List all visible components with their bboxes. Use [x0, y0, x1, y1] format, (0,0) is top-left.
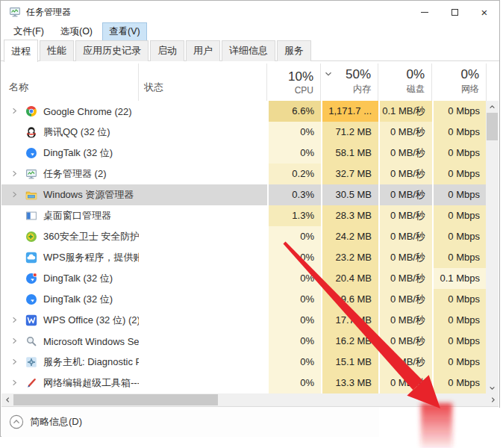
horizontal-scrollbar[interactable] — [1, 393, 499, 406]
network-cell: 0 Mbps — [432, 352, 487, 373]
tab-services[interactable]: 服务 — [277, 40, 311, 61]
process-row[interactable]: DingTalk (32 位)0%19.6 MB0 MB/秒0 Mbps — [1, 289, 487, 310]
process-row[interactable]: 360安全卫士 安全防护中心模块...0%24.2 MB0 MB/秒0 Mbps — [1, 226, 487, 247]
expand-chevron-icon[interactable] — [9, 105, 23, 117]
expand-chevron-icon[interactable] — [9, 356, 23, 368]
memory-cell: 20.4 MB — [321, 268, 378, 289]
white-overlay-patch — [379, 408, 503, 448]
process-name-cell: Windows 资源管理器 — [1, 184, 139, 205]
process-row[interactable]: DingTalk (32 位)0%20.4 MB0 MB/秒0.1 Mbps — [1, 268, 487, 289]
process-row[interactable]: WPS Office (32 位) (2)0%17.7 MB0 MB/秒0 Mb… — [1, 310, 487, 331]
status-cell — [139, 268, 267, 289]
close-button[interactable]: × — [469, 1, 499, 23]
status-cell — [139, 352, 267, 373]
disk-cell: 0 MB/秒 — [378, 184, 432, 205]
horizontal-scrollbar-thumb[interactable] — [13, 394, 218, 405]
menu-view[interactable]: 查看(V) — [102, 22, 147, 41]
tab-details[interactable]: 详细信息 — [222, 40, 275, 61]
pentool-icon — [25, 377, 37, 389]
expand-chevron-icon[interactable] — [9, 377, 23, 389]
status-cell — [139, 310, 267, 331]
window-title: 任务管理器 — [26, 6, 71, 19]
process-row[interactable]: 任务管理器 (2)0.2%32.7 MB0 MB/秒0 Mbps — [1, 164, 487, 184]
scroll-right-icon[interactable] — [487, 393, 499, 406]
vertical-scrollbar-thumb[interactable] — [487, 113, 498, 140]
cpu-cell: 0.3% — [267, 184, 321, 205]
scroll-left-icon[interactable] — [1, 393, 13, 406]
minimize-button[interactable] — [410, 1, 440, 23]
scroll-up-icon[interactable] — [486, 101, 499, 113]
status-cell — [139, 226, 267, 247]
cpu-cell: 0% — [267, 289, 321, 310]
column-header-name[interactable]: 名称 — [1, 63, 139, 101]
process-name-cell: WPS Office (32 位) (2) — [1, 310, 139, 331]
cpu-cell: 0% — [267, 247, 321, 268]
disk-cell: 0 MB/秒 — [378, 122, 432, 143]
process-row[interactable]: Microsoft Windows Search ...0%16.2 MB0 M… — [1, 331, 487, 352]
column-header-status[interactable]: 状态 — [139, 63, 267, 101]
column-header-cpu[interactable]: 10% CPU — [267, 63, 321, 101]
process-name: WPS服务程序，提供账号登录... — [43, 251, 139, 264]
process-name-cell: 360安全卫士 安全防护中心模块... — [1, 226, 139, 247]
process-row[interactable]: 腾讯QQ (32 位)0%71.2 MB0 MB/秒0 Mbps — [1, 122, 487, 143]
process-row[interactable]: Google Chrome (22)6.6%1,171.7 ...0.1 MB/… — [1, 101, 487, 122]
tab-performance[interactable]: 性能 — [40, 40, 74, 61]
maximize-button[interactable] — [440, 1, 469, 23]
process-row[interactable]: DingTalk (32 位)0%58.1 MB0 MB/秒0 Mbps — [1, 143, 487, 164]
fewer-details-label[interactable]: 简略信息(D) — [30, 415, 82, 429]
process-name-cell: 网络编辑超级工具箱---大海加... — [1, 373, 139, 393]
process-row[interactable]: 桌面窗口管理器1.3%28.3 MB0 MB/秒0 Mbps — [1, 205, 487, 226]
menu-bar: 文件(F) 选项(O) 查看(V) — [1, 23, 499, 40]
process-row[interactable]: 网络编辑超级工具箱---大海加...0%13.3 MB0 MB/秒0 Mbps — [1, 373, 487, 393]
tab-app-history[interactable]: 应用历史记录 — [75, 40, 149, 61]
memory-cell: 1,171.7 ... — [321, 101, 378, 122]
status-cell — [139, 247, 267, 268]
cpu-cell: 6.6% — [267, 101, 321, 122]
minimize-icon — [421, 12, 428, 13]
process-name: 服务主机: Diagnostic Policy S... — [43, 355, 139, 369]
table-header: 名称 状态 10% CPU 50% 内存 0% 磁盘 0% 网络 — [1, 63, 487, 101]
network-cell: 0 Mbps — [432, 331, 487, 352]
scroll-down-icon[interactable] — [486, 382, 499, 393]
dingtalk-icon — [25, 293, 37, 305]
status-cell — [139, 331, 267, 352]
process-name-cell: Microsoft Windows Search ... — [1, 331, 139, 352]
expand-chevron-icon[interactable] — [9, 335, 23, 347]
process-row[interactable]: WPS服务程序，提供账号登录...0%23.2 MB0 MB/秒0 Mbps — [1, 247, 487, 268]
process-name: 腾讯QQ (32 位) — [43, 125, 110, 139]
network-cell: 0.1 Mbps — [432, 268, 487, 289]
process-name: 360安全卫士 安全防护中心模块... — [43, 230, 139, 243]
close-icon: × — [481, 7, 488, 18]
process-name-cell: 任务管理器 (2) — [1, 164, 139, 184]
status-cell — [139, 164, 267, 184]
process-name-cell: 服务主机: Diagnostic Policy S... — [1, 352, 139, 373]
chevron-spacer — [9, 210, 23, 222]
column-header-memory[interactable]: 50% 内存 — [321, 63, 378, 101]
tab-users[interactable]: 用户 — [186, 40, 220, 61]
column-header-disk[interactable]: 0% 磁盘 — [378, 63, 432, 101]
process-row[interactable]: Windows 资源管理器0.3%30.5 MB0 MB/秒0 Mbps — [1, 184, 487, 205]
tab-processes[interactable]: 进程 — [4, 40, 38, 62]
expand-chevron-icon[interactable] — [9, 314, 23, 326]
process-name-cell: DingTalk (32 位) — [1, 268, 139, 289]
expand-chevron-icon[interactable] — [9, 189, 23, 201]
tab-startup[interactable]: 启动 — [150, 40, 184, 61]
column-header-network[interactable]: 0% 网络 — [432, 63, 487, 101]
cpu-cell: 0% — [267, 310, 321, 331]
cpu-cell: 0% — [267, 122, 321, 143]
expand-chevron-icon[interactable] — [9, 168, 23, 180]
status-cell — [139, 373, 267, 393]
vertical-scrollbar[interactable] — [486, 101, 499, 393]
memory-cell: 15.1 MB — [321, 352, 378, 373]
fewer-details-chevron-icon[interactable] — [9, 414, 24, 429]
process-name-cell: DingTalk (32 位) — [1, 289, 139, 310]
process-name-cell: 桌面窗口管理器 — [1, 205, 139, 226]
cpu-cell: 0% — [267, 143, 321, 164]
process-name: Windows 资源管理器 — [43, 188, 134, 202]
process-row[interactable]: 服务主机: Diagnostic Policy S...0%15.1 MB0 M… — [1, 352, 487, 373]
taskmgr-icon — [25, 168, 37, 180]
menu-options[interactable]: 选项(O) — [54, 22, 99, 41]
disk-cell: 0 MB/秒 — [378, 205, 432, 226]
disk-cell: 0 MB/秒 — [378, 164, 432, 184]
menu-file[interactable]: 文件(F) — [7, 22, 51, 41]
